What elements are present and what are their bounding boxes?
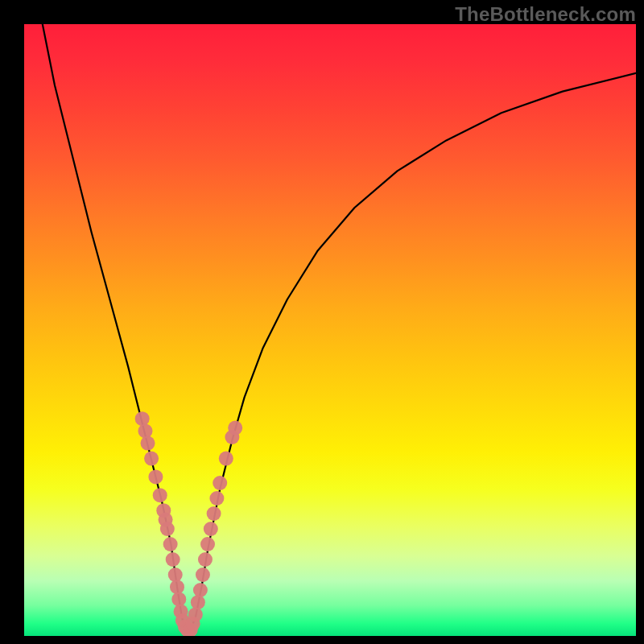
chart-frame: TheBottleneck.com xyxy=(0,0,644,644)
data-point xyxy=(160,522,175,536)
data-point xyxy=(204,522,218,536)
data-point xyxy=(207,506,221,521)
data-point xyxy=(153,488,167,502)
plot-area xyxy=(24,24,636,636)
data-point xyxy=(191,595,205,609)
data-point xyxy=(135,411,150,426)
data-point xyxy=(141,436,155,451)
data-point xyxy=(228,421,242,436)
watermark-text: TheBottleneck.com xyxy=(455,3,636,26)
data-point xyxy=(188,607,203,621)
data-point xyxy=(198,552,213,567)
data-point xyxy=(196,568,210,582)
data-point xyxy=(209,491,224,506)
data-point xyxy=(163,537,178,551)
data-point xyxy=(200,537,215,551)
scatter-points xyxy=(135,411,243,636)
data-point xyxy=(138,423,152,438)
data-point xyxy=(168,568,183,582)
chart-svg xyxy=(24,24,636,636)
data-point xyxy=(144,452,159,466)
data-point xyxy=(166,552,180,567)
data-point xyxy=(213,476,227,490)
bottleneck-curve xyxy=(43,24,636,633)
data-point xyxy=(171,592,186,606)
data-point xyxy=(170,580,184,594)
data-point xyxy=(193,583,208,597)
data-point xyxy=(219,452,233,466)
data-point xyxy=(148,469,163,484)
